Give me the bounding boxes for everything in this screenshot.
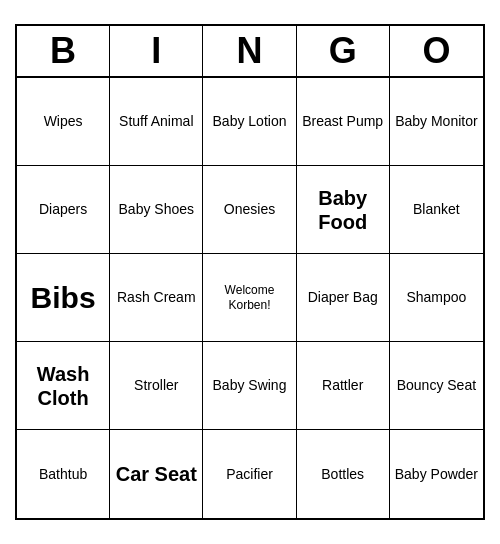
- header-letter: I: [110, 26, 203, 76]
- bingo-cell: Wash Cloth: [17, 342, 110, 430]
- bingo-cell: Baby Food: [297, 166, 390, 254]
- header-letter: G: [297, 26, 390, 76]
- header-letter: B: [17, 26, 110, 76]
- bingo-cell: Bibs: [17, 254, 110, 342]
- bingo-cell: Diapers: [17, 166, 110, 254]
- bingo-cell: Baby Monitor: [390, 78, 483, 166]
- bingo-card: BINGO WipesStuff AnimalBaby LotionBreast…: [15, 24, 485, 520]
- header-letter: O: [390, 26, 483, 76]
- bingo-cell: Baby Powder: [390, 430, 483, 518]
- bingo-cell: Blanket: [390, 166, 483, 254]
- bingo-cell: Shampoo: [390, 254, 483, 342]
- bingo-cell: Bottles: [297, 430, 390, 518]
- bingo-cell: Wipes: [17, 78, 110, 166]
- bingo-cell: Baby Shoes: [110, 166, 203, 254]
- bingo-cell: Bathtub: [17, 430, 110, 518]
- bingo-cell: Onesies: [203, 166, 296, 254]
- bingo-cell: Breast Pump: [297, 78, 390, 166]
- bingo-cell: Pacifier: [203, 430, 296, 518]
- bingo-cell: Bouncy Seat: [390, 342, 483, 430]
- bingo-cell: Welcome Korben!: [203, 254, 296, 342]
- bingo-header: BINGO: [17, 26, 483, 78]
- bingo-cell: Baby Swing: [203, 342, 296, 430]
- bingo-cell: Stroller: [110, 342, 203, 430]
- bingo-cell: Rattler: [297, 342, 390, 430]
- bingo-cell: Stuff Animal: [110, 78, 203, 166]
- bingo-cell: Rash Cream: [110, 254, 203, 342]
- header-letter: N: [203, 26, 296, 76]
- bingo-grid: WipesStuff AnimalBaby LotionBreast PumpB…: [17, 78, 483, 518]
- bingo-cell: Car Seat: [110, 430, 203, 518]
- bingo-cell: Baby Lotion: [203, 78, 296, 166]
- bingo-cell: Diaper Bag: [297, 254, 390, 342]
